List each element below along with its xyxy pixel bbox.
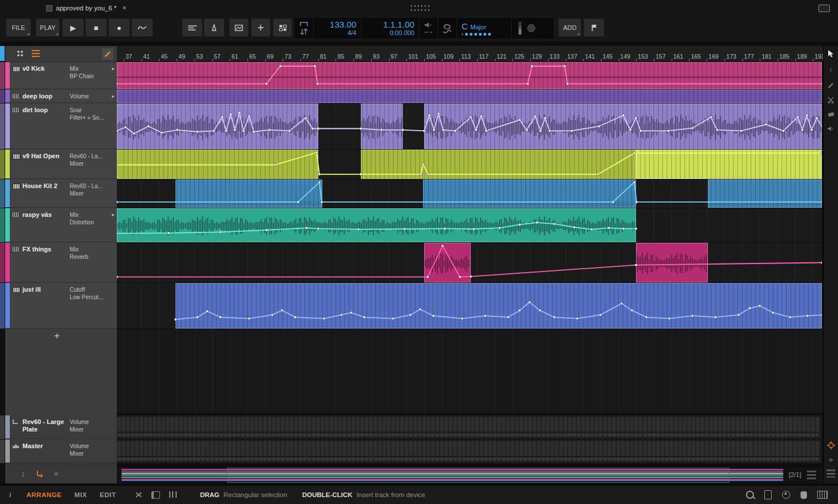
track-param-1[interactable]: Volume: [70, 418, 110, 426]
loop-toggles[interactable]: [437, 18, 456, 39]
track-name[interactable]: raspy väs: [22, 211, 65, 219]
search-icon[interactable]: [746, 491, 754, 499]
close-icon[interactable]: ×: [123, 4, 127, 12]
lane-house-kit-2[interactable]: [117, 180, 822, 208]
scissors-tool-icon[interactable]: [828, 97, 834, 104]
track-header-raspy-v-s[interactable]: raspy väsMixDistortion▸: [5, 208, 117, 242]
track-param-1[interactable]: Rev60 - La...: [70, 152, 110, 160]
lane-v9-hat-open[interactable]: [117, 150, 822, 179]
mixer-sliders-icon[interactable]: [169, 491, 177, 498]
track-name[interactable]: deep loop: [22, 93, 65, 100]
hand-tool-icon[interactable]: [801, 491, 807, 499]
tempo-section[interactable]: 133.00 4/4: [313, 18, 361, 39]
account-icon[interactable]: [782, 491, 790, 499]
track-name[interactable]: Rev60 - Large Plate: [22, 418, 65, 433]
metronome-button[interactable]: [204, 18, 224, 37]
track-param-2[interactable]: Mixer: [70, 190, 110, 197]
record-button[interactable]: ●: [108, 18, 130, 37]
track-header-house-kit-2[interactable]: House Kit 2Rev60 - La...Mixer: [5, 180, 117, 208]
track-param-2[interactable]: Filter+ » So...: [70, 114, 110, 121]
track-param-2[interactable]: Mixer: [70, 450, 110, 457]
key-section[interactable]: C Major: [456, 18, 511, 39]
tab-mix[interactable]: MIX: [74, 491, 87, 498]
track-header-v9-hat-open[interactable]: v9 Hat OpenRev60 - La...Mixer: [5, 150, 117, 179]
track-name[interactable]: v9 Hat Open: [22, 152, 65, 160]
arranger-empty-area[interactable]: [117, 329, 823, 413]
file-menu-button[interactable]: FILE: [6, 18, 31, 37]
tab-arrange[interactable]: ARRANGE: [26, 491, 62, 498]
track-param-2[interactable]: Mixer: [70, 160, 110, 167]
track-param-1[interactable]: Soar: [70, 106, 110, 114]
time-signature[interactable]: 4/4: [348, 29, 356, 37]
track-param-1[interactable]: Volume: [70, 442, 110, 450]
pointer-tool-icon[interactable]: [828, 49, 835, 58]
track-name[interactable]: House Kit 2: [22, 182, 65, 190]
groove-section[interactable]: [511, 18, 543, 39]
expand-arrow-icon[interactable]: ▸: [112, 93, 115, 99]
pattern-view-button[interactable]: [229, 18, 249, 37]
crossfade-icon[interactable]: [135, 491, 142, 498]
track-param-1[interactable]: Mix: [70, 65, 110, 72]
lane-fx-things[interactable]: [117, 243, 822, 282]
list-view-icon[interactable]: [32, 50, 40, 57]
track-param-2[interactable]: Mixer: [70, 426, 110, 433]
lane-just-ill[interactable]: [117, 283, 822, 329]
track-name[interactable]: dirt loop: [22, 106, 65, 114]
add-clip-button[interactable]: [251, 18, 271, 37]
follow-playhead-icon[interactable]: [827, 441, 835, 449]
track-header-dirt-loop[interactable]: dirt loopSoarFilter+ » So...: [5, 104, 117, 149]
grid-view-icon[interactable]: [17, 50, 24, 58]
follow-arrow-icon[interactable]: [36, 470, 44, 478]
mosaic-view-button[interactable]: [273, 18, 292, 37]
track-name[interactable]: just ill: [22, 286, 65, 293]
tempo-value[interactable]: 133.00: [330, 20, 356, 29]
track-param-1[interactable]: Rev60 - La...: [70, 182, 110, 190]
track-param-2[interactable]: Reverb: [70, 253, 110, 261]
lane-master[interactable]: [117, 440, 822, 463]
clear-icon[interactable]: ×: [54, 469, 59, 478]
eraser-tool-icon[interactable]: [828, 112, 835, 117]
expand-arrow-icon[interactable]: ▸: [112, 66, 115, 71]
track-param-1[interactable]: Mix: [70, 246, 110, 253]
overview-viewport[interactable]: [227, 468, 729, 483]
track-header-fx-things[interactable]: FX thingsMixReverb: [5, 243, 117, 282]
play-menu-button[interactable]: PLAY: [36, 18, 60, 37]
display-profile-icon[interactable]: [818, 5, 830, 12]
track-param-2[interactable]: Distortion: [70, 219, 110, 226]
panel-layout-icon[interactable]: [151, 491, 160, 499]
automation-lanes-button[interactable]: [182, 18, 203, 37]
track-header-rev60-large-plate[interactable]: Rev60 - Large PlateVolumeMixer: [5, 415, 117, 439]
document-tab[interactable]: approved by you_6 * ×: [41, 2, 131, 14]
track-param-1[interactable]: Cutoff: [70, 286, 110, 293]
pin-tracks-icon[interactable]: ↕: [21, 469, 25, 478]
info-tool-icon[interactable]: i: [830, 66, 832, 74]
groove-knob[interactable]: [527, 24, 535, 32]
play-time[interactable]: 0:00.000: [390, 29, 414, 37]
track-param-2[interactable]: Low Percut...: [70, 293, 110, 301]
edit-mode-button[interactable]: [102, 48, 113, 60]
punch-toggles[interactable]: [295, 18, 313, 39]
overview-layers-icon[interactable]: [807, 471, 816, 479]
lane-deep-loop[interactable]: [117, 90, 822, 103]
pen-tool-icon[interactable]: [828, 82, 834, 89]
layers-icon[interactable]: [826, 469, 835, 478]
add-track-plus-button[interactable]: +: [54, 330, 60, 342]
piano-icon[interactable]: [817, 491, 828, 499]
lane-dirt-loop[interactable]: [117, 104, 822, 149]
track-param-2[interactable]: BP Chain: [70, 72, 110, 80]
track-header-deep-loop[interactable]: deep loopVolume▸: [5, 90, 117, 103]
track-param-1[interactable]: Mix: [70, 211, 110, 219]
play-position[interactable]: 1.1.1.00: [383, 20, 414, 29]
marker-button[interactable]: [584, 18, 604, 37]
lane-rev60-large-plate[interactable]: [117, 415, 822, 439]
track-header-master[interactable]: MasterVolumeMixer: [5, 440, 117, 463]
track-header-v0-kick[interactable]: v0 KickMixBP Chain▸: [5, 62, 117, 89]
track-param-1[interactable]: Volume: [70, 93, 110, 100]
expand-icon[interactable]: »: [829, 455, 833, 464]
track-name[interactable]: Master: [22, 442, 65, 450]
expand-arrow-icon[interactable]: ▸: [112, 212, 115, 217]
tab-edit[interactable]: EDIT: [100, 491, 116, 498]
audition-tool-icon[interactable]: [827, 125, 835, 132]
new-file-icon[interactable]: [764, 490, 772, 499]
stop-button[interactable]: ■: [85, 18, 107, 37]
